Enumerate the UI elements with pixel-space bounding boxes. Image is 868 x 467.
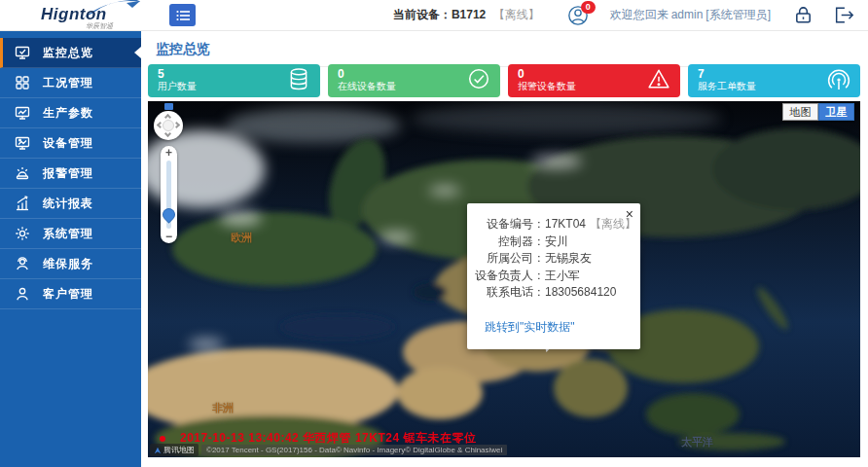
sidebar-item-monitor-overview[interactable]: 监控总览 <box>0 38 141 68</box>
map-label-europe: 欧洲 <box>231 231 252 245</box>
sidebar-menu: 监控总览 工况管理 生产参数 <box>0 31 141 309</box>
siren-icon <box>15 165 32 181</box>
app-logo[interactable]: Hignton 华辰智通 <box>14 1 148 30</box>
pan-down-icon[interactable] <box>164 130 171 137</box>
welcome-text: 欢迎您回来 <box>610 8 669 21</box>
logout-button[interactable] <box>833 5 854 26</box>
sidebar-item-label: 维保服务 <box>43 256 93 272</box>
person-icon <box>15 286 32 302</box>
logo-subtext: 华辰智通 <box>86 21 113 31</box>
popup-row-phone: 联系电话： 18305684120 <box>475 284 631 302</box>
zoom-in-button[interactable]: + <box>161 146 177 160</box>
popup-row-label: 联系电话： <box>475 284 545 302</box>
sidebar-item-alarm-mgmt[interactable]: 报警管理 <box>0 159 141 189</box>
stat-card-work-orders[interactable]: 7 服务工单数量 <box>688 64 860 97</box>
sidebar-item-label: 统计报表 <box>43 196 93 212</box>
check-circle-icon <box>467 67 490 94</box>
grid-icon <box>15 75 32 90</box>
sidebar-item-label: 监控总览 <box>43 45 93 61</box>
sidebar-item-label: 工况管理 <box>43 75 93 91</box>
database-icon <box>287 67 310 94</box>
current-device-label: 当前设备： <box>393 8 452 21</box>
sidebar-item-system-mgmt[interactable]: 系统管理 <box>0 219 141 249</box>
monitor-check-icon <box>15 45 32 60</box>
lock-icon <box>793 5 814 25</box>
map-provider-logo[interactable]: 腾讯地图 <box>150 444 199 456</box>
username: admin <box>671 8 704 21</box>
zoom-slider-track[interactable] <box>166 161 171 229</box>
notification-badge[interactable]: 0 <box>581 1 596 14</box>
menu-toggle-button[interactable] <box>169 4 196 26</box>
popup-row-controller: 控制器： 安川 <box>475 234 631 251</box>
map-type-switch: 地图 卫星 <box>782 103 854 121</box>
device-info-popup: × 设备编号： 17KT04 【离线】 控制器： 安川 所属公司： 无锡泉友 设… <box>467 203 640 349</box>
map-attribution-text: ©2017 Tencent - GS(2017)156 - Data© Navi… <box>201 445 507 455</box>
page-title: 监控总览 <box>156 41 860 67</box>
sidebar: 监控总览 工况管理 生产参数 <box>0 31 141 467</box>
sidebar-item-label: 设备管理 <box>43 135 93 152</box>
monitor-chart-icon <box>15 105 32 121</box>
popup-row-label: 设备编号： <box>475 216 545 234</box>
popup-row-owner: 设备负责人： 王小军 <box>475 268 631 285</box>
main-content: 监控总览 5 用户数量 0 在线设备数量 0 <box>141 31 868 467</box>
gear-icon <box>15 226 32 241</box>
popup-row-label: 控制器： <box>475 234 545 251</box>
zoom-out-button[interactable]: − <box>161 230 177 243</box>
zoom-slider-knob[interactable] <box>160 205 177 223</box>
user-role: [系统管理员] <box>705 8 771 21</box>
map-zoom-control: + − <box>161 146 177 243</box>
tencent-map-icon <box>154 447 162 454</box>
map-pan-control[interactable] <box>154 111 183 140</box>
sidebar-item-label: 报警管理 <box>43 165 93 182</box>
sidebar-item-statistics-reports[interactable]: 统计报表 <box>0 189 141 219</box>
map-type-satellite-button[interactable]: 卫星 <box>818 103 854 121</box>
logout-icon <box>833 5 854 25</box>
popup-row-label: 所属公司： <box>475 250 545 268</box>
top-header: Hignton 华辰智通 当前设备：B1712 【离线】 0 欢迎您回来admi… <box>0 0 868 31</box>
stat-card-users[interactable]: 5 用户数量 <box>148 64 320 97</box>
monitor-image-icon <box>15 135 32 151</box>
sidebar-item-condition-mgmt[interactable]: 工况管理 <box>0 68 141 98</box>
map-type-roadmap-button[interactable]: 地图 <box>782 103 818 121</box>
popup-row-value: 17KT04 <box>545 216 586 234</box>
pan-right-icon[interactable] <box>173 122 180 128</box>
popup-row-value: 无锡泉友 <box>545 250 631 268</box>
sidebar-item-label: 系统管理 <box>43 226 93 242</box>
sidebar-item-label: 生产参数 <box>43 105 93 122</box>
current-device-info: 当前设备：B1712 【离线】 <box>393 7 540 23</box>
bar-chart-icon <box>15 196 32 211</box>
popup-row-value: 王小军 <box>545 268 631 285</box>
popup-row-device-id: 设备编号： 17KT04 【离线】 <box>475 216 631 234</box>
sidebar-item-maintenance-service[interactable]: 维保服务 <box>0 249 141 279</box>
popup-row-value: 18305684120 <box>545 284 631 302</box>
warning-triangle-icon <box>647 67 670 94</box>
lock-button[interactable] <box>793 5 814 26</box>
current-device-value: B1712 <box>452 8 486 21</box>
welcome-message: 欢迎您回来admin[系统管理员] <box>610 7 774 23</box>
sidebar-item-customer-mgmt[interactable]: 客户管理 <box>0 279 141 309</box>
current-device-status: 【离线】 <box>493 8 540 21</box>
radar-icon <box>827 67 850 94</box>
map-container[interactable]: 欧洲 非洲 中 国 太平洋 + − 地图 卫星 × <box>148 101 860 457</box>
popup-row-label: 设备负责人： <box>475 268 545 285</box>
sidebar-item-device-mgmt[interactable]: 设备管理 <box>0 128 141 159</box>
sidebar-item-production-params[interactable]: 生产参数 <box>0 98 141 128</box>
map-provider-name: 腾讯地图 <box>163 445 195 455</box>
stat-card-alarm-devices[interactable]: 0 报警设备数量 <box>508 64 680 97</box>
sidebar-item-label: 客户管理 <box>43 286 93 303</box>
user-menu-button[interactable]: 0 <box>567 5 593 26</box>
stat-card-online-devices[interactable]: 0 在线设备数量 <box>328 64 500 97</box>
popup-row-value: 安川 <box>545 234 631 251</box>
alarm-dot-icon <box>160 436 165 442</box>
popup-row-company: 所属公司： 无锡泉友 <box>475 250 631 268</box>
support-person-icon <box>15 256 32 271</box>
map-label-africa: 非洲 <box>212 401 234 415</box>
map-label-pacific: 太平洋 <box>681 435 713 449</box>
realtime-data-link[interactable]: 跳转到"实时数据" <box>485 319 575 336</box>
map-3d-tilt-button[interactable] <box>164 103 173 110</box>
map-attribution: 腾讯地图 ©2017 Tencent - GS(2017)156 - Data©… <box>150 444 507 456</box>
stat-cards-row: 5 用户数量 0 在线设备数量 0 报警设备数量 <box>148 64 860 97</box>
hamburger-icon <box>176 10 190 21</box>
pan-center-button[interactable] <box>163 120 174 131</box>
popup-close-button[interactable]: × <box>626 207 633 221</box>
